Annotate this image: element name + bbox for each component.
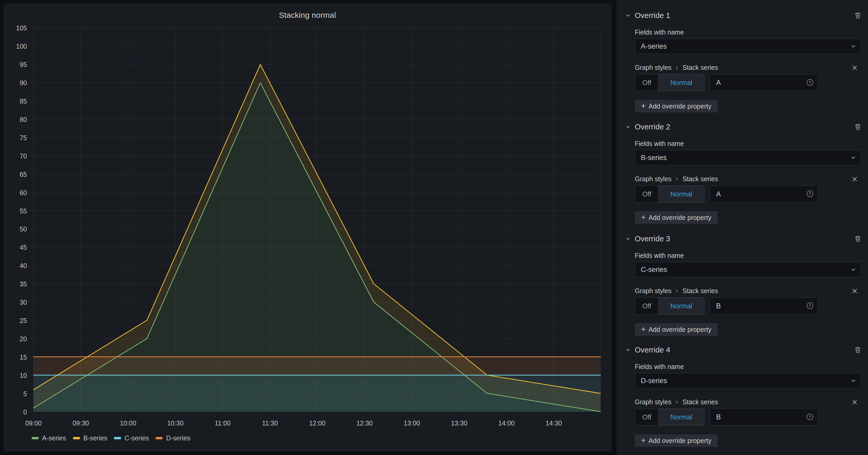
- override-header: Override 4: [635, 345, 861, 355]
- y-axis-label: 0: [4, 408, 27, 416]
- stack-group-input[interactable]: B ?: [710, 298, 818, 314]
- override-title: Override 3: [635, 235, 670, 243]
- override-card-3: Override 3 Fields with name C-series Gra…: [635, 234, 861, 336]
- trash-icon[interactable]: [853, 122, 863, 132]
- property-name-label: Stack series: [682, 287, 718, 295]
- plus-icon: +: [641, 213, 646, 221]
- stack-series-control: Off Normal A ?: [635, 186, 861, 203]
- trash-icon[interactable]: [853, 345, 863, 355]
- y-axis-label: 25: [4, 317, 27, 325]
- override-title: Override 4: [635, 346, 670, 354]
- override-title: Override 2: [635, 123, 670, 131]
- chevron-right-icon: [675, 400, 679, 404]
- panel-options-sidebar: Override 1 Fields with name A-series Gra…: [617, 0, 868, 455]
- stack-mode-normal-button[interactable]: Normal: [658, 74, 704, 91]
- x-axis-label: 14:30: [535, 419, 572, 428]
- x-axis-label: 10:00: [110, 419, 147, 428]
- y-axis-label: 40: [4, 262, 27, 270]
- property-name-label: Stack series: [682, 64, 718, 71]
- field-name-select[interactable]: D-series: [635, 373, 861, 388]
- add-override-property-button[interactable]: + Add override property: [635, 211, 718, 224]
- legend-item-D-series[interactable]: D-series: [156, 434, 190, 442]
- legend-swatch: [73, 437, 80, 439]
- stacked-area-chart: [4, 4, 611, 451]
- y-axis-label: 80: [4, 116, 27, 123]
- stack-group-input[interactable]: B ?: [710, 409, 818, 425]
- chevron-down-icon[interactable]: [624, 346, 632, 354]
- stack-mode-normal-button[interactable]: Normal: [658, 186, 704, 203]
- legend-swatch: [156, 437, 163, 439]
- field-name-select[interactable]: C-series: [635, 262, 861, 277]
- close-icon[interactable]: [850, 398, 859, 406]
- y-axis-label: 55: [4, 207, 27, 215]
- property-category-label: Graph styles: [635, 287, 672, 295]
- stack-mode-radio-group: Off Normal: [635, 298, 704, 314]
- chevron-down-icon[interactable]: [624, 123, 632, 130]
- chevron-right-icon: [675, 177, 679, 181]
- y-axis-label: 45: [4, 243, 27, 251]
- y-axis-label: 100: [4, 42, 27, 50]
- stack-mode-radio-group: Off Normal: [635, 409, 704, 425]
- trash-icon[interactable]: [853, 234, 863, 244]
- close-icon[interactable]: [850, 63, 859, 72]
- add-override-property-button[interactable]: + Add override property: [635, 434, 718, 447]
- y-axis-label: 90: [4, 79, 27, 87]
- stack-group-input[interactable]: A ?: [710, 186, 818, 203]
- help-icon[interactable]: ?: [806, 190, 814, 198]
- add-override-property-label: Add override property: [649, 437, 711, 445]
- chart-legend: A-seriesB-seriesC-seriesD-series: [32, 434, 197, 442]
- field-name-value: D-series: [641, 377, 667, 385]
- timeseries-panel: Stacking normal 051015202530354045505560…: [4, 4, 611, 451]
- field-name-value: A-series: [641, 42, 667, 51]
- chevron-down-icon: [850, 266, 857, 273]
- help-icon[interactable]: ?: [806, 79, 814, 86]
- legend-label: C-series: [124, 434, 149, 442]
- chevron-down-icon[interactable]: [624, 235, 632, 242]
- stack-group-input[interactable]: A ?: [710, 74, 818, 91]
- legend-item-A-series[interactable]: A-series: [32, 434, 66, 442]
- stack-mode-off-button[interactable]: Off: [635, 298, 659, 314]
- fields-with-name-label: Fields with name: [635, 140, 861, 148]
- override-header: Override 2: [635, 122, 861, 132]
- plus-icon: +: [641, 325, 646, 333]
- chevron-right-icon: [675, 289, 679, 294]
- plus-icon: +: [641, 102, 646, 110]
- property-name-label: Stack series: [682, 398, 718, 406]
- y-axis-label: 70: [4, 152, 27, 160]
- x-axis-label: 10:30: [157, 419, 194, 428]
- x-axis-label: 12:00: [299, 419, 336, 428]
- add-override-property-button[interactable]: + Add override property: [635, 100, 718, 113]
- trash-icon[interactable]: [853, 10, 863, 21]
- stack-mode-off-button[interactable]: Off: [635, 74, 659, 91]
- help-icon[interactable]: ?: [806, 413, 814, 421]
- stack-mode-radio-group: Off Normal: [635, 74, 704, 91]
- stack-mode-normal-button[interactable]: Normal: [658, 298, 704, 314]
- x-axis-label: 11:00: [205, 419, 241, 428]
- field-name-value: B-series: [641, 154, 667, 162]
- stack-group-value: B: [716, 413, 721, 421]
- svg-text:?: ?: [809, 415, 811, 419]
- override-property-row: Graph styles Stack series: [635, 63, 861, 72]
- add-override-property-button[interactable]: + Add override property: [635, 323, 718, 336]
- legend-item-B-series[interactable]: B-series: [73, 434, 107, 442]
- help-icon[interactable]: ?: [806, 302, 814, 310]
- field-name-select[interactable]: A-series: [635, 39, 861, 54]
- close-icon[interactable]: [850, 175, 859, 184]
- stack-mode-off-button[interactable]: Off: [635, 409, 659, 425]
- close-icon[interactable]: [850, 286, 859, 296]
- x-axis-label: 14:00: [488, 419, 525, 428]
- y-axis-label: 85: [4, 97, 27, 105]
- legend-label: D-series: [166, 434, 190, 442]
- y-axis-label: 10: [4, 371, 27, 380]
- chevron-down-icon: [850, 377, 857, 384]
- stack-mode-off-button[interactable]: Off: [635, 186, 659, 202]
- stack-mode-normal-button[interactable]: Normal: [658, 409, 704, 425]
- field-name-select[interactable]: B-series: [635, 150, 861, 165]
- chevron-down-icon[interactable]: [624, 12, 632, 19]
- chevron-down-icon: [850, 154, 857, 161]
- field-name-value: C-series: [641, 266, 667, 274]
- override-header: Override 3: [635, 234, 861, 244]
- svg-text:?: ?: [809, 192, 811, 196]
- y-axis-label: 60: [4, 189, 27, 196]
- legend-item-C-series[interactable]: C-series: [114, 434, 149, 442]
